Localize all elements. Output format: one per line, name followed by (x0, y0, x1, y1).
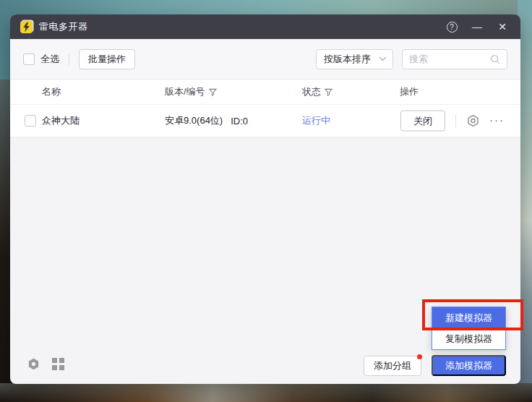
header-version: 版本/编号 (165, 85, 217, 98)
close-button[interactable]: ✕ (494, 19, 510, 35)
close-icon: ✕ (498, 21, 507, 33)
sort-dropdown[interactable]: 按版本排序 (316, 49, 393, 69)
filter-icon[interactable] (325, 88, 332, 96)
add-group-button[interactable]: 添加分组 (364, 356, 421, 376)
instance-version: 安卓9.0(64位) ID:0 (165, 114, 248, 127)
more-options-icon[interactable]: ··· (489, 114, 505, 126)
titlebar: 雷电多开器 ? — ✕ (10, 14, 520, 39)
chevron-down-icon (379, 56, 387, 61)
close-instance-button[interactable]: 关闭 (400, 111, 445, 132)
settings-gear-icon[interactable] (27, 357, 40, 371)
menu-item-copy-emulator[interactable]: 复制模拟器 (432, 328, 505, 349)
search-box (402, 49, 507, 69)
instance-settings-icon[interactable] (466, 114, 480, 128)
instance-name: 众神大陆 (42, 114, 80, 127)
table-row[interactable]: 众神大陆 安卓9.0(64位) ID:0 运行中 关闭 ··· (10, 105, 520, 137)
search-input[interactable] (409, 54, 490, 64)
menu-item-new-emulator[interactable]: 新建模拟器 (432, 307, 505, 328)
app-window: 雷电多开器 ? — ✕ 全选 批量操作 按版本排序 (10, 14, 520, 384)
table-header: 名称 版本/编号 状态 操作 (10, 80, 520, 105)
status-badge: 运行中 (302, 114, 330, 127)
help-icon: ? (447, 22, 458, 33)
batch-operations-button[interactable]: 批量操作 (79, 49, 135, 69)
toolbar: 全选 批量操作 按版本排序 (10, 39, 520, 80)
toolbar-divider (69, 54, 69, 65)
row-checkbox[interactable] (25, 115, 36, 127)
app-logo-icon (20, 21, 33, 33)
notification-dot (417, 354, 422, 359)
row-divider (455, 114, 456, 127)
app-title: 雷电多开器 (39, 20, 88, 33)
header-status: 状态 (302, 85, 332, 98)
add-emulator-context-menu: 新建模拟器 复制模拟器 (432, 307, 506, 350)
sort-dropdown-value: 按版本排序 (324, 53, 379, 66)
select-all-checkbox[interactable] (23, 54, 35, 65)
search-icon[interactable] (490, 54, 500, 64)
header-operation: 操作 (400, 85, 419, 98)
select-all-label: 全选 (40, 53, 59, 66)
grid-view-icon[interactable] (52, 358, 64, 370)
header-name: 名称 (42, 85, 61, 98)
add-emulator-button[interactable]: 添加模拟器 (432, 355, 506, 376)
minimize-button[interactable]: — (469, 19, 485, 35)
minimize-icon: — (472, 21, 482, 33)
instance-id: ID:0 (231, 116, 248, 127)
wallpaper-mountain (0, 383, 532, 402)
filter-icon[interactable] (209, 88, 217, 96)
help-button[interactable]: ? (444, 19, 460, 35)
